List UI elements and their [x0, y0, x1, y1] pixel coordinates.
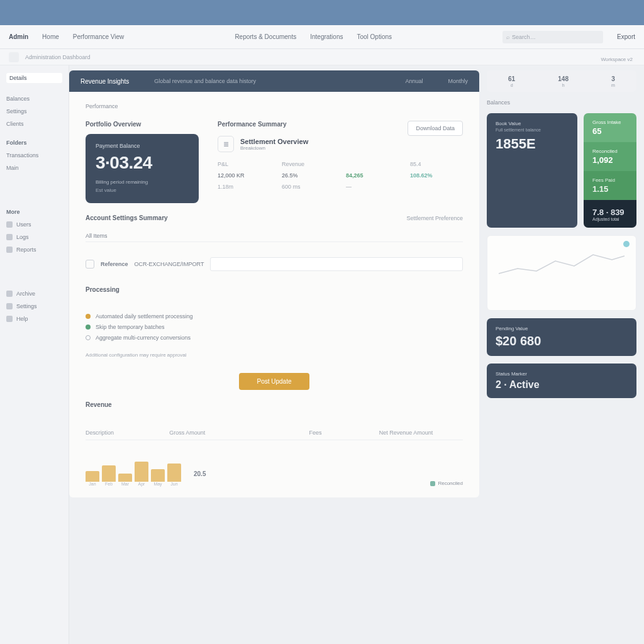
- kpi-row: 61d 148h 3m: [487, 70, 636, 92]
- chart-value-label: 20.5: [194, 470, 206, 477]
- ref-label: Reference: [101, 261, 128, 267]
- tab-annual[interactable]: Annual: [405, 78, 423, 84]
- sidebar-item-main[interactable]: Main: [6, 165, 62, 171]
- brand[interactable]: Admin: [9, 33, 28, 40]
- settlement-pref: Settlement Preference: [406, 215, 463, 221]
- status-marker-card: Status Marker 2 · Active: [487, 364, 636, 398]
- right-column: 61d 148h 3m Balances Book Value Full set…: [479, 65, 644, 644]
- sidebar-item-settings[interactable]: Settings: [6, 108, 62, 114]
- bar-Jan: [86, 471, 99, 482]
- stat-v3: 26.5%: [282, 172, 335, 179]
- sidebar-item-settings2[interactable]: Settings: [6, 303, 62, 309]
- green-stack: Gross Intake65 Reconciled1,092 Fees Paid…: [584, 113, 636, 228]
- balance-tiny: Est value: [96, 187, 189, 193]
- ref-field[interactable]: [210, 257, 463, 271]
- archive-icon: [6, 291, 13, 297]
- sparkline-chart: [494, 242, 630, 286]
- export-button[interactable]: Export: [617, 33, 635, 40]
- gear-icon: [6, 303, 13, 309]
- nav-reports[interactable]: Reports & Documents: [235, 33, 296, 40]
- nav-home[interactable]: Home: [42, 33, 59, 40]
- sidebar-item-details[interactable]: Details: [6, 73, 62, 83]
- tab-revenue[interactable]: Revenue Insights: [80, 78, 129, 85]
- logs-icon: [6, 234, 13, 240]
- sidebar-item-users[interactable]: Users: [6, 221, 62, 228]
- dot-green-icon: [86, 325, 91, 330]
- kpi-1: 61d: [508, 75, 515, 87]
- bullet-2: Skip the temporary batches: [86, 324, 463, 330]
- kpi-2: 148h: [558, 75, 569, 87]
- sidebar: Details Balances Settings Clients Folder…: [0, 65, 69, 644]
- account-settings-title: Account Settings Summary: [86, 214, 168, 221]
- book-value-label: Book Value: [496, 121, 569, 126]
- book-value-sub: Full settlement balance: [496, 128, 569, 132]
- col-fees: Fees: [309, 430, 379, 436]
- status-value: 2 · Active: [496, 379, 628, 391]
- green-seg-4: 7.8 · 839Adjusted total: [584, 200, 636, 228]
- bullet-1: Automated daily settlement processing: [86, 313, 463, 319]
- stat-v4: 108.62%: [410, 172, 463, 179]
- sidebar-item-logs[interactable]: Logs: [6, 234, 62, 240]
- bullet-3: Aggregate multi-currency conversions: [86, 335, 463, 341]
- ref-icon: [86, 260, 94, 269]
- search-icon: ⌕: [506, 34, 509, 40]
- breadcrumb: Administration Dashboard: [25, 54, 91, 60]
- sidebar-item-transactions[interactable]: Transactions: [6, 152, 62, 158]
- col-net: Net Revenue Amount: [379, 430, 463, 436]
- col-gross: Gross Amount: [169, 430, 239, 436]
- balance-value: 3·03.24: [96, 153, 189, 173]
- col-blank: [239, 430, 309, 436]
- pending-value: $20 680: [496, 334, 628, 348]
- summary-title: Performance Summary: [218, 121, 287, 128]
- post-update-button[interactable]: Post Update: [239, 373, 309, 390]
- green-seg-2: Reconciled1,092: [584, 142, 636, 171]
- bar-Apr: [135, 462, 148, 482]
- stat-v2a: 85.4: [410, 161, 463, 167]
- revenue-bar-chart: [86, 457, 181, 482]
- main-panel: Performance Portfolio Overview Payment B…: [69, 92, 479, 497]
- bar-Mar: [118, 474, 132, 482]
- stat-grid: P&L Revenue 85.4 12,000 KR 26.5% 84,265 …: [218, 161, 463, 190]
- nav-integrations[interactable]: Integrations: [310, 33, 343, 40]
- bar-May: [151, 469, 165, 482]
- green-seg-1: Gross Intake65: [584, 113, 636, 142]
- sidebar-group-folders: Folders: [6, 140, 62, 146]
- app-icon: [9, 52, 19, 62]
- sidebar-item-reports[interactable]: Reports: [6, 247, 62, 253]
- top-nav: Admin Home Performance View Reports & Do…: [0, 25, 644, 49]
- tab-monthly[interactable]: Monthly: [448, 78, 468, 84]
- sub-top-row: Administration Dashboard Workspace v2: [0, 49, 644, 65]
- green-seg-3: Fees Paid1.15: [584, 171, 636, 200]
- bar-Jun: [167, 464, 181, 482]
- nav-performance[interactable]: Performance View: [73, 33, 125, 40]
- book-value-amount: 1855E: [496, 136, 569, 152]
- stat-k4: 84,265: [346, 172, 399, 179]
- stat-k6: —: [346, 184, 399, 190]
- help-icon: [6, 316, 13, 322]
- stat-k2: Revenue: [282, 161, 335, 167]
- tab-subtitle: Global revenue and balance data history: [154, 78, 256, 84]
- revenue-title: Revenue: [86, 401, 463, 408]
- stat-k1: P&L: [218, 161, 270, 167]
- chart-legend: Reconciled: [430, 480, 463, 486]
- sidebar-item-archive[interactable]: Archive: [6, 291, 62, 297]
- payment-balance-card: Payment Balance 3·03.24 Billing period r…: [86, 134, 199, 203]
- nav-tools[interactable]: Tool Options: [357, 33, 392, 40]
- right-sparkline-card: [487, 235, 636, 311]
- pending-label: Pending Value: [496, 326, 628, 331]
- balance-sub: Billing period remaining: [96, 179, 189, 185]
- download-button[interactable]: Download Data: [408, 121, 463, 136]
- ref-value: OCR-EXCHANGE/IMPORT: [135, 261, 204, 267]
- stat-v5: 600 ms: [282, 184, 335, 190]
- reports-icon: [6, 247, 13, 253]
- sidebar-item-help[interactable]: Help: [6, 316, 62, 322]
- doc-icon: ≣: [218, 136, 234, 152]
- subtab-all[interactable]: All Items: [86, 233, 463, 242]
- stat-k3: 12,000 KR: [218, 172, 270, 179]
- global-search[interactable]: ⌕ Search…: [502, 31, 603, 43]
- right-label: Balances: [487, 99, 636, 106]
- sidebar-item-clients[interactable]: Clients: [6, 121, 62, 127]
- sidebar-item-balances[interactable]: Balances: [6, 96, 62, 102]
- dot-amber-icon: [86, 314, 91, 319]
- bar-Feb: [102, 465, 116, 482]
